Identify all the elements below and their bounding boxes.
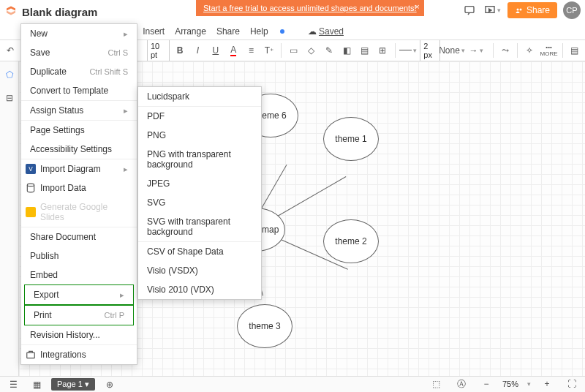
page-tab[interactable]: Page 1 ▾ [51,378,95,391]
svg-rect-7 [27,353,35,358]
more-button[interactable]: •••MORE [540,42,558,59]
svg-point-3 [519,9,521,11]
align-button[interactable]: ≡ [244,42,258,59]
font-size-select[interactable]: 10 pt [147,39,170,61]
menu-assign-status[interactable]: Assign Status▸ [21,101,137,120]
menu-arrange[interactable]: Arrange [175,26,206,37]
slides-icon [26,207,36,217]
app-logo-icon [4,5,18,18]
menu-help[interactable]: Help [250,26,268,37]
menu-export[interactable]: Export▸ [25,285,133,304]
menu-share[interactable]: Share [216,26,240,37]
export-png[interactable]: PNG [138,126,261,145]
help-dot-icon [280,29,284,34]
export-vdx[interactable]: Visio 2010 (VDX) [138,280,261,299]
left-rail: ⬠ ⊟ [0,61,19,376]
present-icon[interactable]: ▾ [484,1,502,19]
close-icon[interactable]: × [415,2,419,11]
svg-rect-0 [465,7,474,13]
export-svg[interactable]: SVG [138,193,261,212]
sidebar-toggle-button[interactable]: ▤ [567,42,581,59]
trial-banner: Start a free trial to access unlimited s… [196,0,424,16]
export-svg-transparent[interactable]: SVG with transparent background [138,212,261,241]
lock-button[interactable]: ⊞ [375,42,390,59]
file-menu: New▸ SaveCtrl S DuplicateCtrl Shift S Co… [20,23,137,365]
menu-revision-history[interactable]: Revision History... [21,325,137,344]
node-theme2[interactable]: theme 2 [323,219,379,263]
menu-new[interactable]: New▸ [21,24,137,43]
export-lucidspark[interactable]: Lucidspark [138,87,261,106]
cloud-saved: ☁ Saved [308,26,344,37]
export-submenu: Lucidspark PDF PNG PNG with transparent … [137,86,262,300]
node-theme3[interactable]: theme 3 [237,304,292,348]
export-vsdx[interactable]: Visio (VSDX) [138,261,261,280]
grid-view-icon[interactable]: ▦ [28,376,45,393]
svg-point-6 [27,184,34,186]
zoom-out-button[interactable]: − [478,375,495,392]
shadow-button[interactable]: ▤ [358,42,372,59]
zoom-level[interactable]: 75% [502,380,518,388]
fill-button[interactable]: ▭ [286,42,301,59]
visio-icon: V [26,164,36,174]
node-theme1[interactable]: theme 1 [323,117,379,161]
menu-embed[interactable]: Embed [21,265,137,284]
briefcase-icon [26,350,36,360]
menu-save[interactable]: SaveCtrl S [21,43,137,62]
export-csv[interactable]: CSV of Shape Data [138,242,261,261]
arrow-start-button[interactable]: None▾ [443,42,461,59]
menu-convert[interactable]: Convert to Template [21,81,137,100]
database-icon [26,183,36,193]
line-style-button[interactable]: ▾ [399,42,417,59]
menu-publish[interactable]: Publish [21,246,137,265]
svg-point-2 [516,9,518,11]
zoom-in-button[interactable]: + [538,375,556,392]
menu-page-settings[interactable]: Page Settings [21,121,137,140]
menu-google-slides: Generate Google Slides [21,197,137,227]
accessibility-icon[interactable]: Ⓐ [453,375,470,392]
underline-button[interactable]: U [208,42,223,59]
menu-integrations[interactable]: Integrations [21,345,137,364]
comment-icon[interactable] [461,1,478,19]
undo-button[interactable]: ↶ [3,42,18,59]
text-size-button[interactable]: T⁺ [262,42,276,59]
border-button[interactable]: ◇ [303,42,318,59]
menu-insert[interactable]: Insert [143,26,165,37]
gradient-button[interactable]: ◧ [339,42,354,59]
zoom-controls: ⬚ Ⓐ − 75%▾ + ⛶ [428,376,581,392]
export-pdf[interactable]: PDF [138,107,261,126]
connector-button[interactable]: ⤳ [498,42,513,59]
svg-text:V: V [29,166,33,173]
menu-import-diagram[interactable]: VImport Diagram▸ [21,159,137,178]
magic-button[interactable]: ✧ [522,42,537,59]
share-button[interactable]: Share [507,2,557,18]
fullscreen-button[interactable]: ⛶ [563,375,581,392]
add-page-button[interactable]: ⊕ [101,376,118,393]
stroke-width-select[interactable]: 2 px [420,39,440,61]
menu-accessibility[interactable]: Accessibility Settings [21,140,137,159]
menu-share-doc[interactable]: Share Document [21,227,137,246]
shapes-tab-icon[interactable]: ⬠ [1,66,18,83]
text-color-button[interactable]: A [226,42,241,59]
bold-button[interactable]: B [173,42,187,59]
layers-icon[interactable]: ⬚ [428,375,445,392]
menu-import-data[interactable]: Import Data [21,178,137,197]
menu-print[interactable]: PrintCtrl P [25,306,133,325]
avatar[interactable]: CP [563,1,581,19]
line-color-button[interactable]: ✎ [322,42,336,59]
menu-duplicate[interactable]: DuplicateCtrl Shift S [21,62,137,81]
arrow-end-button[interactable]: →▾ [464,42,488,59]
export-jpeg[interactable]: JPEG [138,174,261,193]
doc-title[interactable]: Blank diagram [22,6,97,18]
italic-button[interactable]: I [190,42,205,59]
trial-link[interactable]: Start a free trial to access unlimited s… [203,4,417,12]
data-tab-icon[interactable]: ⊟ [1,89,18,107]
list-view-icon[interactable]: ☰ [4,376,22,393]
export-png-transparent[interactable]: PNG with transparent background [138,145,261,174]
